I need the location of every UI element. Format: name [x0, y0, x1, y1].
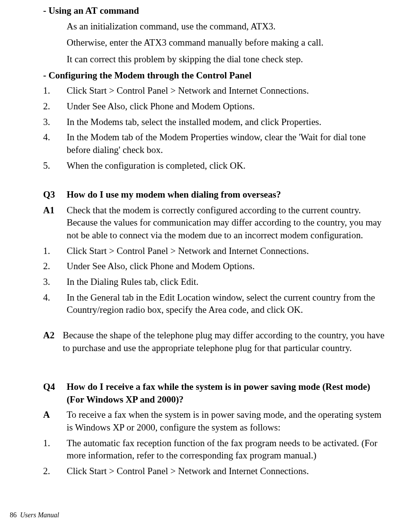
at-command-line-3: It can correct this problem by skipping …: [43, 53, 385, 66]
cp-step-2: Under See Also, click Phone and Modem Op…: [67, 100, 385, 113]
q3-a2-label: A2: [43, 329, 63, 354]
q3-a1-row: A1 Check that the modem is correctly con…: [43, 204, 385, 242]
cp-step-row: 4. In the Modem tab of the Modem Propert…: [43, 131, 385, 156]
q3-step-4: In the General tab in the Edit Location …: [67, 291, 385, 316]
step-number: 5.: [43, 159, 67, 172]
q4-step-1: The automatic fax reception function of …: [67, 437, 385, 462]
q4-step-row: 1. The automatic fax reception function …: [43, 437, 385, 462]
step-number: 4.: [43, 131, 67, 156]
q4-label: Q4: [43, 380, 67, 405]
step-number: 1.: [43, 84, 67, 97]
q4-a-row: A To receive a fax when the system is in…: [43, 408, 385, 433]
q4-step-2: Click Start > Control Panel > Network an…: [67, 465, 385, 478]
q3-step-row: 4. In the General tab in the Edit Locati…: [43, 291, 385, 316]
footer-title: Users Manual: [20, 511, 59, 519]
cp-step-row: 5. When the configuration is completed, …: [43, 159, 385, 172]
q4-step-row: 2. Click Start > Control Panel > Network…: [43, 465, 385, 478]
cp-step-4: In the Modem tab of the Modem Properties…: [67, 131, 385, 156]
step-number: 4.: [43, 291, 67, 316]
q3-step-row: 1. Click Start > Control Panel > Network…: [43, 245, 385, 257]
q4-row: Q4 How do I receive a fax while the syst…: [43, 380, 385, 405]
q3-step-2: Under See Also, click Phone and Modem Op…: [67, 260, 385, 273]
q3-label: Q3: [43, 188, 67, 201]
cp-step-5: When the configuration is completed, cli…: [67, 159, 385, 172]
cp-step-row: 2. Under See Also, click Phone and Modem…: [43, 100, 385, 113]
step-number: 2.: [43, 100, 67, 113]
step-number: 1.: [43, 437, 67, 462]
step-number: 2.: [43, 260, 67, 273]
q3-step-1: Click Start > Control Panel > Network an…: [67, 245, 385, 257]
cp-step-3: In the Modems tab, select the installed …: [67, 116, 385, 128]
step-number: 3.: [43, 276, 67, 288]
q3-a1-text: Check that the modem is correctly config…: [67, 204, 385, 242]
q3-step-row: 2. Under See Also, click Phone and Modem…: [43, 260, 385, 273]
q3-a1-label: A1: [43, 204, 67, 242]
at-command-line-1: As an initialization command, use the co…: [43, 20, 385, 33]
cp-step-row: 3. In the Modems tab, select the install…: [43, 116, 385, 128]
at-command-heading: - Using an AT command: [43, 5, 385, 17]
q3-step-row: 3. In the Dialing Rules tab, click Edit.: [43, 276, 385, 288]
step-number: 1.: [43, 245, 67, 257]
q3-row: Q3 How do I use my modem when dialing fr…: [43, 188, 385, 201]
q4-question: How do I receive a fax while the system …: [67, 380, 385, 405]
cp-step-1: Click Start > Control Panel > Network an…: [67, 84, 385, 97]
control-panel-heading: - Configuring the Modem through the Cont…: [43, 70, 385, 82]
page-number: 86: [10, 511, 17, 519]
cp-step-row: 1. Click Start > Control Panel > Network…: [43, 84, 385, 97]
q3-question: How do I use my modem when dialing from …: [67, 188, 385, 201]
step-number: 2.: [43, 465, 67, 478]
q3-a2-row: A2 Because the shape of the telephone pl…: [43, 329, 385, 354]
at-command-line-2: Otherwise, enter the ATX3 command manual…: [43, 36, 385, 49]
q3-a2-text: Because the shape of the telephone plug …: [63, 329, 385, 354]
q3-step-3: In the Dialing Rules tab, click Edit.: [67, 276, 385, 288]
step-number: 3.: [43, 116, 67, 128]
page-footer: 86 Users Manual: [10, 511, 59, 519]
q4-a-label: A: [43, 408, 67, 433]
q4-a-text: To receive a fax when the system is in p…: [67, 408, 385, 433]
